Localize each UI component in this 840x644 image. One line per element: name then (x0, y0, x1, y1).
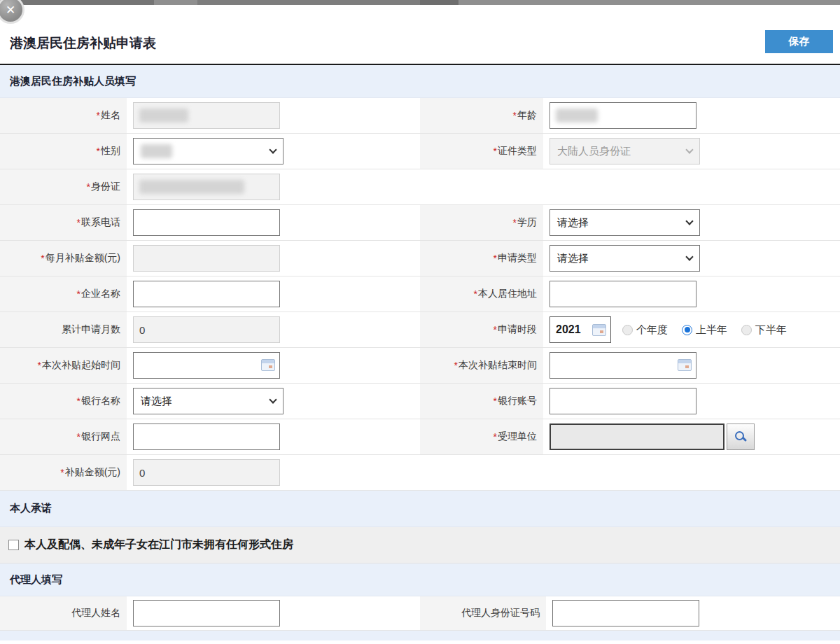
required-marker: * (77, 288, 80, 300)
commitment-checkbox-label: 本人及配偶、未成年子女在江门市未拥有任何形式住房 (24, 538, 293, 552)
field-cell: 2021 个年度 上半年 下半年 (543, 312, 840, 347)
address-input[interactable] (550, 281, 696, 307)
agent-id-input[interactable] (552, 600, 699, 626)
monthly-subsidy-input[interactable] (133, 245, 280, 272)
bank-account-input[interactable] (550, 388, 696, 414)
field-cell: 0 (127, 455, 420, 490)
required-marker: * (38, 360, 41, 371)
bank-branch-input[interactable] (133, 424, 280, 450)
accept-unit-search-button[interactable] (727, 424, 755, 450)
apply-type-label: * 申请类型 (420, 241, 543, 276)
empty-cell (420, 169, 543, 204)
radio-second-half[interactable]: 下半年 (741, 323, 787, 337)
required-marker: * (493, 324, 497, 335)
education-select[interactable]: 请选择 (550, 209, 700, 236)
label-text: 代理人身份证号码 (461, 607, 540, 620)
radio-icon (741, 325, 752, 335)
label-text: 企业名称 (81, 288, 120, 300)
calendar-icon[interactable] (678, 359, 692, 371)
agent-name-label: 代理人姓名 (0, 596, 127, 630)
form-row: 累计申请月数 0 * 申请时段 2021 个年度 上半年 (0, 312, 840, 348)
calendar-icon[interactable] (592, 324, 606, 336)
radio-first-half[interactable]: 上半年 (682, 323, 727, 337)
section-header-commitment: 本人承诺 (0, 491, 840, 527)
age-input[interactable] (550, 102, 696, 129)
label-text: 性别 (101, 145, 120, 158)
bank-name-select[interactable]: 请选择 (133, 388, 284, 414)
required-marker: * (60, 467, 64, 478)
start-date-input[interactable] (133, 352, 280, 379)
required-marker: * (77, 217, 80, 228)
education-label: * 学历 (420, 205, 543, 240)
label-text: 银行网点 (81, 430, 120, 443)
subsidy-amount-input[interactable]: 0 (133, 459, 280, 486)
agent-name-input[interactable] (133, 600, 280, 626)
radio-label: 上半年 (696, 323, 727, 337)
gender-label: * 性别 (0, 134, 127, 169)
id-card-input[interactable] (133, 174, 280, 200)
chevron-down-icon (685, 253, 693, 260)
name-input[interactable] (133, 102, 280, 129)
selected-option: 大陆人员身份证 (557, 145, 631, 158)
required-marker: * (97, 146, 100, 157)
gender-select[interactable] (133, 138, 284, 164)
bank-branch-label: * 银行网点 (0, 419, 127, 454)
field-cell (127, 241, 420, 276)
radio-full-year[interactable]: 个年度 (622, 323, 668, 337)
label-text: 银行名称 (81, 395, 120, 407)
selected-option: 请选择 (141, 395, 172, 408)
input-value: 2021 (556, 323, 592, 336)
months-total-input[interactable]: 0 (133, 316, 280, 343)
company-input[interactable] (133, 281, 280, 307)
apply-year-input[interactable]: 2021 (550, 316, 611, 343)
required-marker: * (97, 110, 100, 121)
field-cell (127, 169, 420, 204)
field-cell (127, 596, 420, 630)
required-marker: * (493, 146, 497, 157)
age-label: * 年龄 (420, 98, 543, 133)
browser-edge-segment (420, 0, 458, 5)
required-marker: * (493, 431, 497, 442)
address-label: * 本人居住地址 (420, 276, 543, 312)
chevron-down-icon (685, 217, 693, 225)
label-text: 申请时段 (498, 323, 537, 336)
section-header-person: 港澳居民住房补贴人员填写 (0, 65, 840, 98)
field-cell (543, 276, 840, 312)
redaction-blur (139, 108, 188, 122)
field-cell (546, 596, 840, 630)
input-value: 0 (139, 467, 145, 479)
label-text: 姓名 (101, 109, 120, 122)
label-text: 补贴金额(元) (65, 466, 120, 479)
subsidy-amount-label: * 补贴金额(元) (0, 455, 127, 490)
id-type-select[interactable]: 大陆人员身份证 (550, 138, 700, 164)
section-header-agent: 代理人填写 (0, 564, 840, 596)
label-text: 身份证 (91, 181, 120, 193)
field-cell (543, 348, 840, 383)
close-icon: ✕ (6, 4, 15, 16)
empty-cell (420, 455, 543, 490)
agent-id-label: 代理人身份证号码 (420, 596, 546, 630)
required-marker: * (474, 288, 477, 300)
commitment-checkbox[interactable] (8, 540, 19, 550)
end-date-input[interactable] (550, 352, 696, 379)
calendar-icon[interactable] (261, 359, 275, 371)
save-button[interactable]: 保存 (765, 30, 833, 53)
browser-edge-segment (21, 0, 154, 5)
apply-type-select[interactable]: 请选择 (550, 245, 700, 272)
phone-input[interactable] (133, 209, 280, 236)
accept-unit-label: * 受理单位 (420, 419, 543, 454)
form-row: * 本次补贴起始时间 * 本次补贴结束时间 (0, 348, 840, 384)
required-marker: * (77, 431, 80, 442)
radio-icon (682, 325, 692, 335)
field-cell (543, 384, 840, 419)
label-text: 证件类型 (498, 145, 537, 158)
label-text: 年龄 (517, 109, 537, 122)
required-marker: * (87, 181, 90, 192)
form-row: * 性别 * 证件类型 大陆人员身份证 (0, 134, 840, 169)
search-icon (734, 430, 747, 443)
company-label: * 企业名称 (0, 276, 127, 312)
redaction-blur (139, 180, 244, 194)
accept-unit-input[interactable] (550, 424, 724, 450)
label-text: 联系电话 (81, 216, 120, 229)
monthly-subsidy-label: * 每月补贴金额(元) (0, 241, 127, 276)
